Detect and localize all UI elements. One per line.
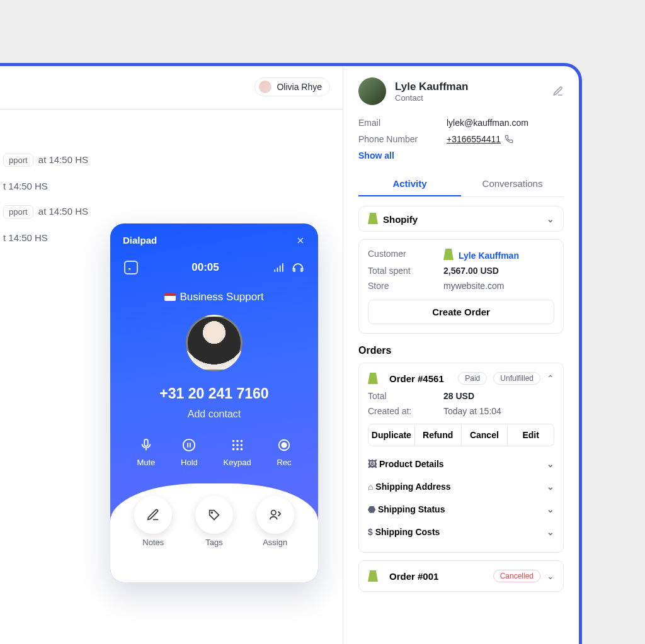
svg-point-8 xyxy=(232,448,234,451)
feed-tag: pport xyxy=(3,154,33,167)
call-timer: 00:05 xyxy=(191,261,219,274)
total-value: 28 USD xyxy=(443,391,474,401)
chevron-down-icon: ⌄ xyxy=(547,504,554,514)
create-order-button[interactable]: Create Order xyxy=(368,300,554,324)
phone-icon xyxy=(505,135,513,144)
shopify-card: Customer Lyle Kauffman Total spent 2,567… xyxy=(358,239,564,334)
customer-link[interactable]: Lyle Kauffman xyxy=(443,249,519,261)
tag-icon xyxy=(207,508,221,522)
hold-button[interactable]: Hold xyxy=(181,436,198,467)
svg-point-10 xyxy=(240,448,243,451)
tab-conversations[interactable]: Conversations xyxy=(461,172,564,196)
svg-point-13 xyxy=(211,512,212,513)
notes-button[interactable]: Notes xyxy=(134,496,172,582)
status-cancelled: Cancelled xyxy=(493,570,540,582)
total-label: Total xyxy=(368,391,443,401)
acc-shipping-costs[interactable]: $ Shipping Costs ⌄ xyxy=(368,521,554,543)
add-contact-link[interactable]: Add contact xyxy=(110,409,318,420)
avatar-icon xyxy=(259,81,271,93)
chevron-down-icon: ⌄ xyxy=(547,482,554,492)
svg-rect-0 xyxy=(144,439,148,446)
edit-icon[interactable] xyxy=(552,86,564,97)
spent-label: Total spent xyxy=(368,266,443,276)
svg-point-2 xyxy=(232,440,234,443)
box-icon: ⬣ xyxy=(368,504,375,514)
email-label: Email xyxy=(358,118,447,128)
dialpad-widget: Dialpad 00:05 Business Support +31 20 24… xyxy=(110,223,318,582)
store-value: mywebsite.com xyxy=(443,281,504,291)
svg-point-9 xyxy=(236,448,239,451)
business-label: Business Support xyxy=(110,291,318,303)
shopify-dropdown[interactable]: Shopify ⌄ xyxy=(358,206,564,232)
phone-value[interactable]: +3166554411 xyxy=(447,134,513,144)
show-all-link[interactable]: Show all xyxy=(358,150,564,161)
refund-button[interactable]: Refund xyxy=(415,424,462,446)
chevron-down-icon[interactable]: ⌄ xyxy=(547,571,554,581)
order-header[interactable]: Order #001 Cancelled ⌄ xyxy=(368,570,554,582)
customer-label: Customer xyxy=(368,249,443,261)
feed-item: t 14:50 HS xyxy=(3,181,330,191)
phone-label: Phone Number xyxy=(358,134,447,144)
shopify-icon xyxy=(368,570,378,582)
keypad-icon xyxy=(231,438,244,452)
flag-icon xyxy=(164,293,176,301)
svg-point-1 xyxy=(183,439,195,451)
acc-shipping-address[interactable]: ⌂ Shipping Address ⌄ xyxy=(368,475,554,498)
order-header[interactable]: Order #4561 Paid Unfulfilled ⌃ xyxy=(368,372,554,385)
record-button[interactable]: Rec xyxy=(277,436,291,467)
svg-point-7 xyxy=(240,444,243,446)
duplicate-button[interactable]: Duplicate xyxy=(368,424,415,446)
order-card-001: Order #001 Cancelled ⌄ xyxy=(358,560,564,592)
svg-point-6 xyxy=(236,444,239,446)
status-unfulfilled: Unfulfilled xyxy=(493,372,540,385)
tab-activity[interactable]: Activity xyxy=(358,172,461,196)
headset-icon[interactable] xyxy=(292,261,304,274)
contact-type: Contact xyxy=(395,93,469,103)
phone-number: +31 20 241 7160 xyxy=(110,385,318,402)
keypad-button[interactable]: Keypad xyxy=(224,436,251,467)
phone-row: Phone Number +3166554411 xyxy=(358,134,564,144)
spent-value: 2,567.00 USD xyxy=(443,266,499,276)
cancel-button[interactable]: Cancel xyxy=(462,424,508,446)
chevron-up-icon[interactable]: ⌃ xyxy=(547,373,554,383)
contact-name: Lyle Kauffman xyxy=(395,81,469,93)
record-icon xyxy=(277,438,291,452)
email-value: lylek@kauffman.com xyxy=(447,118,528,128)
tags-button[interactable]: Tags xyxy=(195,496,233,582)
dollar-icon: $ xyxy=(368,527,373,537)
order-title: Order #001 xyxy=(389,571,487,582)
divider xyxy=(0,109,343,110)
acc-product-details[interactable]: 🖼 Product Details ⌄ xyxy=(368,453,554,475)
mic-icon xyxy=(139,438,153,452)
acc-shipping-status[interactable]: ⬣ Shipping Status ⌄ xyxy=(368,498,554,521)
shopify-icon xyxy=(368,373,378,384)
assign-icon xyxy=(268,508,282,522)
feed-text: t 14:50 HS xyxy=(3,181,48,191)
mute-button[interactable]: Mute xyxy=(137,436,155,467)
close-icon[interactable] xyxy=(295,235,305,246)
feed-time: at 14:50 HS xyxy=(38,154,88,165)
order-actions: Duplicate Refund Cancel Edit xyxy=(368,424,554,446)
user-chip[interactable]: Olivia Rhye xyxy=(254,77,330,96)
created-label: Created at: xyxy=(368,406,443,416)
order-card-4561: Order #4561 Paid Unfulfilled ⌃ Total 28 … xyxy=(358,363,564,553)
created-value: Today at 15:04 xyxy=(443,406,501,416)
feed-time: at 14:50 HS xyxy=(38,206,88,217)
shopify-icon xyxy=(443,249,454,260)
dialpad-title: Dialpad xyxy=(123,235,157,246)
svg-point-12 xyxy=(282,443,286,447)
svg-point-14 xyxy=(271,511,275,515)
minimize-icon[interactable] xyxy=(124,261,138,274)
edit-button[interactable]: Edit xyxy=(508,424,554,446)
home-icon: ⌂ xyxy=(368,482,373,492)
signal-icon xyxy=(273,261,285,274)
feed-tag: pport xyxy=(3,205,33,218)
email-row: Email lylek@kauffman.com xyxy=(358,118,564,128)
chevron-down-icon: ⌄ xyxy=(547,527,554,537)
tabs: Activity Conversations xyxy=(358,172,564,197)
shopify-icon xyxy=(368,213,378,224)
image-icon: 🖼 xyxy=(368,459,377,469)
user-name: Olivia Rhye xyxy=(277,82,322,92)
assign-button[interactable]: Assign xyxy=(256,496,294,582)
status-paid: Paid xyxy=(458,372,487,385)
